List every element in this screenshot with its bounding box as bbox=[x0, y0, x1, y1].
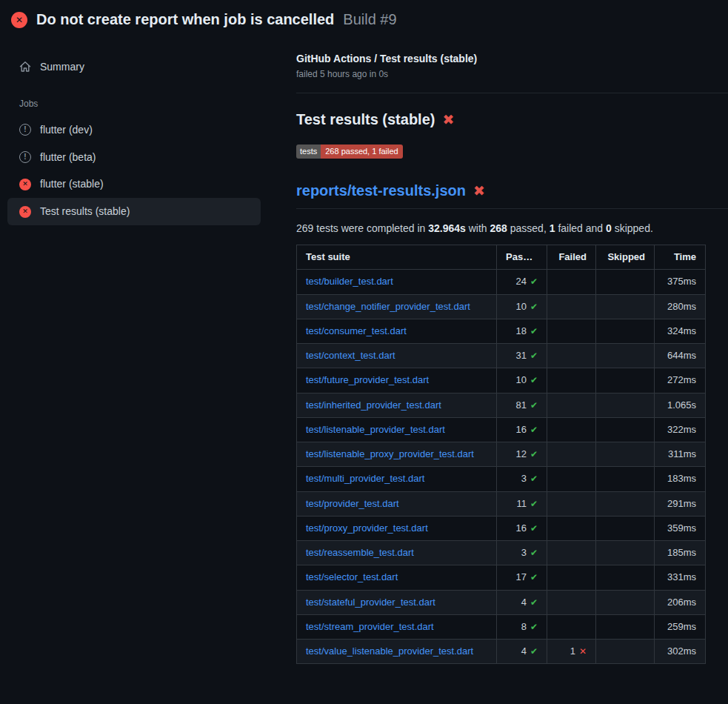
suite-cell: test/future_provider_test.dart bbox=[297, 368, 497, 393]
passed-cell: 4✔ bbox=[497, 590, 547, 614]
test-suite-link[interactable]: test/provider_test.dart bbox=[306, 498, 399, 509]
test-suite-link[interactable]: test/value_listenable_provider_test.dart bbox=[306, 645, 473, 657]
passed-cell-value: 12 bbox=[515, 448, 526, 459]
passed-cell-value: 16 bbox=[515, 424, 526, 435]
table-row: test/listenable_proxy_provider_test.dart… bbox=[297, 442, 706, 467]
failed-cell bbox=[547, 393, 596, 417]
passed-cell: 4✔ bbox=[497, 640, 547, 664]
time-cell: 272ms bbox=[655, 368, 706, 393]
test-suite-link[interactable]: test/future_provider_test.dart bbox=[306, 374, 429, 385]
suite-cell: test/listenable_provider_test.dart bbox=[297, 417, 497, 442]
suite-cell: test/builder_test.dart bbox=[297, 270, 497, 294]
check-icon: ✔ bbox=[530, 449, 538, 459]
test-suite-link[interactable]: test/change_notifier_provider_test.dart bbox=[306, 301, 470, 312]
time-cell-value: 272ms bbox=[667, 374, 696, 385]
sidebar-item-flutter-beta[interactable]: ! flutter (beta) bbox=[7, 144, 261, 171]
cancelled-icon: ! bbox=[19, 151, 31, 163]
time-cell-value: 206ms bbox=[667, 597, 696, 608]
passed-cell: 16✔ bbox=[497, 516, 547, 540]
check-icon: ✔ bbox=[530, 646, 538, 657]
time-cell-value: 324ms bbox=[667, 325, 696, 336]
check-icon: ✔ bbox=[530, 375, 538, 385]
check-icon: ✔ bbox=[530, 326, 538, 336]
sidebar-item-test-results-stable[interactable]: ✕ Test results (stable) bbox=[7, 198, 261, 225]
skipped-cell bbox=[596, 541, 655, 565]
cross-mark-icon: ✖ bbox=[442, 113, 454, 127]
section-heading: Test results (stable) ✖ bbox=[296, 111, 728, 128]
passed-cell: 11✔ bbox=[497, 491, 547, 516]
summary-text: failed and bbox=[555, 222, 607, 234]
passed-cell-value: 10 bbox=[515, 374, 526, 385]
time-cell: 331ms bbox=[655, 565, 706, 590]
failed-status-icon: ✕ bbox=[19, 206, 31, 218]
cross-mark-icon: ✖ bbox=[473, 184, 485, 198]
test-suite-link[interactable]: test/multi_provider_test.dart bbox=[306, 473, 424, 484]
failed-cell bbox=[547, 541, 596, 565]
sidebar-item-summary[interactable]: Summary bbox=[7, 53, 261, 81]
test-suite-link[interactable]: test/listenable_proxy_provider_test.dart bbox=[306, 448, 474, 459]
summary-text: 1 bbox=[550, 222, 555, 234]
time-cell: 359ms bbox=[655, 516, 706, 540]
table-row: test/stream_provider_test.dart8✔259ms bbox=[297, 614, 706, 639]
skipped-cell bbox=[596, 294, 655, 319]
test-suite-link[interactable]: test/consumer_test.dart bbox=[306, 325, 407, 336]
tests-badge: tests 268 passed, 1 failed bbox=[296, 145, 403, 159]
table-row: test/future_provider_test.dart10✔272ms bbox=[297, 368, 706, 393]
passed-cell: 8✔ bbox=[497, 614, 547, 639]
test-suite-link[interactable]: test/context_test.dart bbox=[306, 350, 395, 361]
time-cell-value: 644ms bbox=[667, 350, 696, 361]
results-table-body: test/builder_test.dart24✔375mstest/chang… bbox=[297, 270, 706, 664]
sidebar-item-label: flutter (dev) bbox=[40, 124, 93, 136]
table-row: test/change_notifier_provider_test.dart1… bbox=[297, 294, 706, 319]
test-suite-link[interactable]: test/selector_test.dart bbox=[306, 571, 398, 582]
time-cell-value: 359ms bbox=[667, 522, 696, 534]
run-meta: failed 5 hours ago in 0s bbox=[296, 69, 728, 79]
test-suite-link[interactable]: test/builder_test.dart bbox=[306, 276, 393, 287]
time-cell-value: 322ms bbox=[667, 424, 696, 435]
failed-cell bbox=[547, 467, 596, 491]
table-row: test/proxy_provider_test.dart16✔359ms bbox=[297, 516, 706, 540]
suite-cell: test/context_test.dart bbox=[297, 344, 497, 368]
time-cell: 311ms bbox=[655, 442, 706, 467]
passed-cell: 12✔ bbox=[497, 442, 547, 467]
check-icon: ✔ bbox=[530, 474, 538, 484]
skipped-cell bbox=[596, 614, 655, 639]
check-icon: ✔ bbox=[530, 302, 538, 312]
cancelled-icon: ! bbox=[19, 124, 31, 136]
jobs-heading: Jobs bbox=[19, 99, 261, 109]
failed-cell bbox=[547, 294, 596, 319]
summary-text: passed, bbox=[507, 222, 550, 234]
table-row: test/listenable_provider_test.dart16✔322… bbox=[297, 417, 706, 442]
sidebar-item-flutter-stable[interactable]: ✕ flutter (stable) bbox=[7, 170, 261, 198]
report-file-link[interactable]: reports/test-results.json bbox=[296, 182, 466, 199]
check-icon: ✔ bbox=[530, 425, 538, 435]
check-icon: ✔ bbox=[530, 499, 538, 509]
suite-cell: test/stateful_provider_test.dart bbox=[297, 590, 497, 614]
skipped-cell bbox=[596, 590, 655, 614]
column-header-time: Time bbox=[655, 245, 706, 270]
time-cell-value: 331ms bbox=[667, 571, 696, 582]
test-suite-link[interactable]: test/stateful_provider_test.dart bbox=[306, 597, 435, 608]
skipped-cell bbox=[596, 270, 655, 294]
passed-cell-value: 31 bbox=[515, 350, 526, 361]
summary-text: with bbox=[466, 222, 490, 234]
test-suite-link[interactable]: test/proxy_provider_test.dart bbox=[306, 522, 428, 534]
table-row: test/provider_test.dart11✔291ms bbox=[297, 491, 706, 516]
suite-cell: test/inherited_provider_test.dart bbox=[297, 393, 497, 417]
column-header-skipped: Skipped bbox=[596, 245, 655, 270]
time-cell: 183ms bbox=[655, 467, 706, 491]
test-suite-link[interactable]: test/listenable_provider_test.dart bbox=[306, 424, 445, 435]
time-cell: 324ms bbox=[655, 319, 706, 343]
test-suite-link[interactable]: test/stream_provider_test.dart bbox=[306, 621, 434, 632]
test-suite-link[interactable]: test/inherited_provider_test.dart bbox=[306, 399, 441, 411]
time-cell: 259ms bbox=[655, 614, 706, 639]
time-cell-value: 375ms bbox=[667, 276, 696, 287]
table-row: test/consumer_test.dart18✔324ms bbox=[297, 319, 706, 343]
check-icon: ✔ bbox=[530, 597, 538, 608]
passed-cell: 10✔ bbox=[497, 368, 547, 393]
test-suite-link[interactable]: test/reassemble_test.dart bbox=[306, 547, 414, 558]
sidebar-item-flutter-dev[interactable]: ! flutter (dev) bbox=[7, 116, 261, 144]
passed-cell: 81✔ bbox=[497, 393, 547, 417]
check-icon: ✔ bbox=[530, 572, 538, 582]
time-cell-value: 1.065s bbox=[667, 399, 696, 411]
